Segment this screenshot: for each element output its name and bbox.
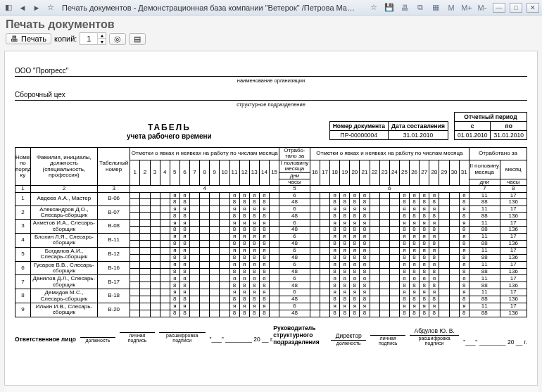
head-label: Руководитель структурного подразделения [273,324,327,346]
resp-date: "___" ________ 20 __ г. [210,336,274,343]
maximize-button[interactable]: □ [510,3,522,13]
period-to: 31.01.2010 [491,131,527,140]
period-from: 01.01.2010 [454,131,491,140]
table-row: 6Гусаров В.В., Слесарь-сборщикВ-16яяяяяя… [15,261,527,268]
dept-caption: структурное подразделение [15,101,527,108]
meta-date-header: Дата составления [388,122,448,131]
forward-icon[interactable]: ► [31,2,42,13]
m-icon[interactable]: M [445,2,458,13]
meta-num: ПР-00000004 [329,131,388,140]
resp-label: Ответственное лицо [15,336,76,343]
pos-caption: должность [80,338,115,343]
table-row: 8Демидов М.С., Слесарь-сборщикВ-18яяяяяя… [15,289,527,296]
table-row: 3Ахметов И.А., Слесарь-сборщикВ-08яяяяяя… [15,220,527,227]
org-caption: наименование организации [15,77,527,84]
print-button-label: Печать [21,34,46,43]
minimize-button[interactable]: — [493,3,505,13]
table-row: 9Ильин И.В., Слесарь-сборщикВ-20яяяяяя6я… [15,303,527,310]
table-row: 1Авдеев А.А., МастерВ-06яяяяяя6яяяяяяяяя… [15,192,527,198]
name-caption: расшифровка подписи [159,333,206,343]
preview-button[interactable]: ◎ [109,33,126,45]
table-row: 7Данилов Д.Л., Слесарь-сборщикВ-17яяяяяя… [15,275,527,282]
spinner-up-icon[interactable]: ▲ [97,32,106,39]
mplus-icon[interactable]: M+ [460,2,473,13]
copies-input[interactable] [80,34,97,44]
back-icon[interactable]: ◄ [17,2,28,13]
doc-title: ТАБЕЛЬ [15,122,324,132]
document-preview[interactable]: ООО "Прогресс" наименование организации … [4,51,538,387]
copies-label: копий: [54,34,77,43]
dept-name: Сборочный цех [15,91,527,101]
org-name: ООО "Прогресс" [15,67,527,77]
settings-button[interactable]: ▤ [129,33,146,45]
table-row: 5Богданов А.И., Слесарь-сборщикВ-12яяяяя… [15,247,527,254]
sig-caption: личная подпись [120,333,155,343]
history-icon[interactable]: ⧉ [414,2,427,13]
period-to-header: по [491,122,527,131]
page-title: Печать документов [6,18,536,31]
window-title: Печать документов - Демонстрационная баз… [62,4,358,12]
head-pos: Директор [331,332,366,341]
window-titlebar: ◧ ◄ ► ☆ Печать документов - Демонстрацио… [0,0,542,15]
period-header: Отчетный период [454,113,527,122]
print-button[interactable]: 🖶 Печать [6,33,51,44]
meta-date: 31.01.2010 [388,131,448,140]
table-row: 4Блохин Л.Я., Слесарь-сборщикВ-11яяяяяя6… [15,234,527,241]
favorite-icon[interactable]: ☆ [367,2,380,13]
table-icon: ▤ [134,34,141,44]
toolbar: 🖶 Печать копий: ▲ ▼ ◎ ▤ [6,32,536,45]
mminus-icon[interactable]: M- [476,2,489,13]
copies-spinner[interactable]: ▲ ▼ [80,32,106,45]
print-icon[interactable]: 🖶 [398,2,411,13]
period-from-header: с [454,122,491,131]
doc-meta-table: Номер документа Дата составления ПР-0000… [329,121,448,140]
star-icon[interactable]: ☆ [45,2,56,13]
status-ruler [4,385,538,392]
save-icon[interactable]: 💾 [383,2,396,13]
timesheet-table: Номер по поряд-куФамилия, инициалы, долж… [15,147,527,317]
close-button[interactable]: ✕ [527,3,539,13]
app-icon: ◧ [3,2,14,13]
meta-num-header: Номер документа [329,122,388,131]
table-row: 2Александров Д.О., Слесарь-сборщикВ-07яя… [15,206,527,213]
spinner-down-icon[interactable]: ▼ [97,39,106,45]
head-date: "___" ________ 20 __ г. [463,339,527,346]
preview-icon: ◎ [114,34,121,44]
period-meta-table: Отчетный период с по 01.01.2010 31.01.20… [454,112,527,140]
calc-icon[interactable]: ▦ [429,2,442,13]
head-name: Абдулов Ю. В. [410,327,459,336]
printer-icon: 🖶 [11,34,18,43]
doc-subtitle: учета рабочего времени [15,132,324,140]
